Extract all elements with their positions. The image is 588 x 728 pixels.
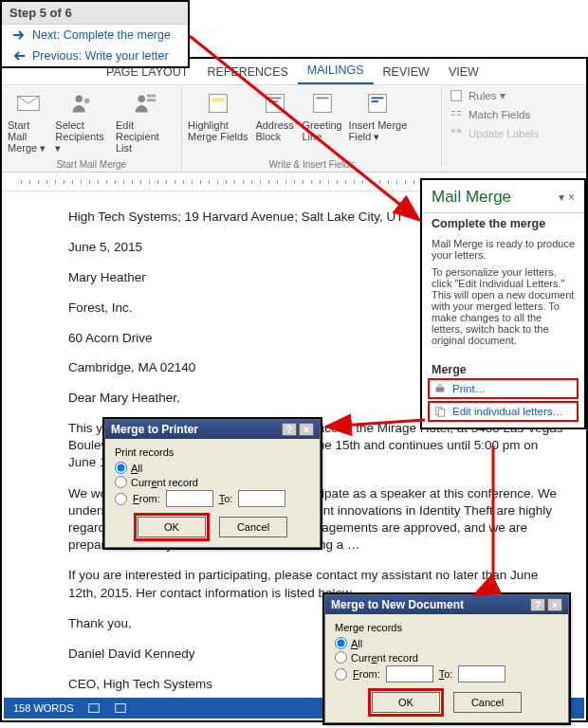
step-title: Step 5 of 6: [2, 2, 188, 25]
update-labels-button[interactable]: Update Labels: [450, 127, 539, 140]
merge-field-icon: [363, 89, 392, 118]
pane-dropdown-icon[interactable]: ▾: [559, 191, 564, 204]
ribbon-group-write-label: Write & Insert Fields: [188, 157, 435, 170]
radio-from-input[interactable]: [115, 493, 127, 505]
close-icon[interactable]: ×: [299, 423, 314, 436]
mm-print-link[interactable]: Print…: [428, 378, 579, 399]
edit-recipient-list-button[interactable]: Edit Recipient List: [116, 89, 175, 155]
rules-icon: [450, 89, 463, 102]
svg-rect-15: [372, 100, 379, 102]
mm-subtitle: Complete the merge: [422, 212, 584, 234]
svg-rect-20: [115, 704, 125, 713]
from-input[interactable]: [386, 665, 433, 682]
radio-all-input[interactable]: [335, 637, 347, 649]
radio-all[interactable]: All: [115, 462, 310, 474]
mail-merge-pane: Mail Merge ▾ × Complete the merge Mail M…: [420, 178, 586, 429]
svg-rect-5: [147, 99, 156, 101]
highlight-merge-fields-button[interactable]: Highlight Merge Fields: [188, 89, 248, 143]
mm-edit-letters-link[interactable]: Edit individual letters…: [428, 401, 579, 422]
svg-point-2: [84, 98, 90, 103]
radio-current-input[interactable]: [335, 651, 347, 664]
ribbon-group-write: Highlight Merge Fields Address Block Gre…: [182, 85, 442, 172]
step-wizard-box: Step 5 of 6 Next: Complete the merge Pre…: [0, 0, 190, 68]
svg-rect-4: [147, 95, 156, 98]
step-prev-label: Previous: Write your letter: [32, 49, 169, 63]
radio-from[interactable]: From: To:: [115, 490, 310, 507]
svg-rect-16: [451, 91, 462, 101]
insert-merge-field-button[interactable]: Insert Merge Field ▾: [349, 89, 408, 143]
radio-current[interactable]: Current record: [115, 476, 310, 488]
greeting-icon: [308, 89, 337, 118]
select-recipients-button[interactable]: Select Recipients ▾: [55, 89, 110, 155]
svg-rect-21: [436, 387, 445, 391]
to-input[interactable]: [238, 490, 285, 507]
mm-body: Mail Merge is ready to produce your lett…: [422, 234, 584, 359]
word-count[interactable]: 158 WORDS: [13, 702, 74, 714]
radio-all-input[interactable]: [115, 462, 127, 474]
ok-button[interactable]: OK: [372, 692, 440, 713]
svg-rect-14: [372, 97, 384, 99]
radio-current[interactable]: Current record: [335, 651, 559, 664]
ribbon: Start Mail Merge ▾ Select Recipients ▾ E…: [2, 85, 586, 173]
mm-pane-title: Mail Merge ▾ ×: [422, 180, 584, 212]
mm-merge-label: Merge: [422, 359, 584, 376]
greeting-line-button[interactable]: Greeting Line: [302, 89, 343, 143]
svg-point-3: [138, 96, 146, 103]
dlg-new-titlebar: Merge to New Document ? ×: [325, 595, 568, 614]
svg-rect-17: [451, 129, 455, 133]
tab-view[interactable]: VIEW: [439, 62, 488, 84]
dlg-print-titlebar: Merge to Printer ? ×: [105, 420, 320, 439]
ribbon-group-rules: Rules ▾ Match Fields Update Labels: [442, 85, 546, 172]
cancel-button[interactable]: Cancel: [453, 692, 522, 713]
print-icon: [433, 382, 447, 395]
tab-mailings[interactable]: MAILINGS: [298, 60, 374, 84]
address-block-button[interactable]: Address Block: [254, 89, 296, 143]
svg-rect-18: [457, 129, 461, 133]
svg-rect-12: [316, 97, 328, 99]
highlight-icon: [204, 89, 232, 118]
merge-to-printer-dialog: Merge to Printer ? × Print records All C…: [102, 417, 322, 550]
people-icon: [68, 89, 97, 118]
close-icon[interactable]: ×: [547, 598, 562, 611]
radio-all[interactable]: All: [335, 637, 559, 649]
merge-to-new-document-dialog: Merge to New Document ? × Merge records …: [322, 592, 571, 725]
match-fields-button[interactable]: Match Fields: [450, 108, 539, 121]
start-mail-merge-button[interactable]: Start Mail Merge ▾: [8, 89, 49, 155]
svg-rect-24: [438, 409, 444, 416]
tab-review[interactable]: REVIEW: [374, 62, 439, 84]
to-input[interactable]: [458, 665, 505, 682]
pane-close-icon[interactable]: ×: [568, 191, 575, 204]
help-icon[interactable]: ?: [282, 423, 297, 436]
radio-current-input[interactable]: [115, 476, 127, 488]
envelope-icon: [14, 89, 43, 118]
step-next-link[interactable]: Next: Complete the merge: [2, 25, 188, 46]
dlg-print-fieldset-label: Print records: [115, 446, 310, 458]
documents-icon: [433, 405, 447, 418]
help-icon[interactable]: ?: [530, 598, 545, 611]
radio-from[interactable]: From: To:: [335, 665, 559, 682]
svg-rect-10: [268, 100, 277, 102]
step-next-label: Next: Complete the merge: [32, 28, 171, 42]
radio-from-input[interactable]: [335, 668, 347, 681]
ribbon-group-start-label: Start Mail Merge: [8, 157, 175, 170]
svg-rect-19: [88, 704, 99, 713]
arrow-right-icon: [11, 27, 27, 43]
dlg-new-body: Merge records All Current record From: T…: [325, 614, 568, 722]
spellcheck-icon[interactable]: [87, 701, 101, 715]
ok-button[interactable]: OK: [138, 517, 206, 537]
edit-list-icon: [131, 89, 159, 118]
address-icon: [261, 89, 289, 118]
dlg-new-fieldset-label: Merge records: [335, 622, 559, 633]
svg-rect-22: [437, 384, 442, 388]
svg-rect-6: [209, 95, 227, 113]
dlg-print-body: Print records All Current record From: T…: [105, 439, 320, 547]
tab-references[interactable]: REFERENCES: [197, 62, 297, 84]
from-input[interactable]: [166, 490, 213, 507]
svg-rect-9: [268, 97, 281, 99]
svg-point-1: [76, 96, 83, 103]
step-prev-link[interactable]: Previous: Write your letter: [2, 46, 188, 66]
macro-icon[interactable]: [114, 701, 127, 715]
cancel-button[interactable]: Cancel: [219, 517, 287, 537]
rules-button[interactable]: Rules ▾: [450, 89, 539, 102]
match-icon: [450, 108, 463, 121]
